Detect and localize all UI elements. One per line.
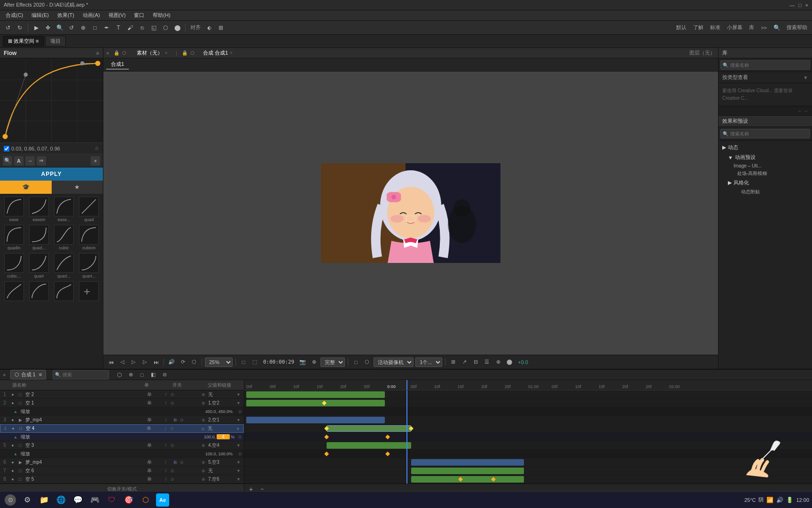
preset-quadout[interactable]: quad... xyxy=(27,224,51,251)
camera-select[interactable]: 活动摄像机 xyxy=(374,357,414,367)
layer-vis-2[interactable]: ● xyxy=(9,400,16,406)
tl-btn-5[interactable]: ⊘ xyxy=(160,370,169,380)
tl-btn-1[interactable]: ⬡ xyxy=(115,370,124,380)
comp-lock-icon[interactable]: 🔒 xyxy=(182,50,187,56)
effects-animation-header[interactable]: ▶ 动态 xyxy=(720,143,810,152)
preset-tab-star[interactable]: ★ xyxy=(52,181,103,194)
track-row-4[interactable] xyxy=(244,424,812,433)
layer-parent-8[interactable]: 7.空6 xyxy=(208,476,236,483)
layer-parent-6[interactable]: 5.空3 xyxy=(208,459,236,466)
layer-mode-6[interactable]: 单 xyxy=(138,459,161,466)
layer-parent-arrow-7[interactable]: ▼ xyxy=(236,468,244,473)
layer-sub-reset-1[interactable]: ⊙ xyxy=(236,409,244,414)
taskbar-search[interactable]: ⚙ xyxy=(20,492,35,508)
layer-parent-arrow-4[interactable]: ▼ xyxy=(236,426,243,431)
layer-sub-scale-1[interactable]: ▲ 缩放 450.0, 450.0% ⊙ xyxy=(0,407,244,416)
preset-quartin[interactable]: quart... xyxy=(52,252,76,279)
taskbar-browser[interactable]: 🌐 xyxy=(54,492,69,508)
timeline-comp-tab[interactable]: ⬡ 合成 1 ≡ xyxy=(10,370,46,380)
layer-parent-arrow-1[interactable]: ▼ xyxy=(236,392,244,397)
layer-parent-icon-3[interactable]: ⊕ xyxy=(199,417,208,422)
prev-3d[interactable]: ⬡ xyxy=(362,357,372,367)
layer-parent-7[interactable]: 无 xyxy=(208,468,236,474)
source-lock-icon[interactable]: 🔒 xyxy=(114,50,119,56)
layer-pencil-3[interactable]: / xyxy=(161,417,171,422)
track-row-8[interactable] xyxy=(244,475,812,484)
layer-mode-8[interactable]: 单 xyxy=(138,476,161,483)
layer-row-6[interactable]: 6 ● ▶ 梦_mp4 单 / fx ⊙ ⊕ 5.空3 ▼ xyxy=(0,458,244,467)
taskbar-hexagon[interactable]: ⬡ xyxy=(138,492,153,508)
close-btn[interactable]: × xyxy=(805,2,808,8)
preset-quartout[interactable]: quart... xyxy=(77,252,101,279)
layer-parent-arrow-6[interactable]: ▼ xyxy=(236,460,244,465)
prev-guides[interactable]: ☰ xyxy=(482,357,492,367)
tool-select[interactable]: ▶ xyxy=(31,23,41,33)
layer-pencil-5[interactable]: / xyxy=(161,443,171,448)
preset-add[interactable]: + xyxy=(77,280,101,303)
layer-mode-5[interactable]: 单 xyxy=(138,442,161,449)
layer-row-4[interactable]: 4 ● □ 空 4 单 / ⊙ ⊕ 无 ▼ xyxy=(0,424,244,433)
layer-parent-arrow-3[interactable]: ▼ xyxy=(236,417,244,422)
preset-quart5[interactable] xyxy=(2,280,26,303)
tool-pen[interactable]: ✒ xyxy=(102,23,112,33)
views-select[interactable]: 1个... 2个 xyxy=(415,357,442,367)
prev-grid[interactable]: ⊟ xyxy=(471,357,480,367)
keyframe-5sub-1[interactable] xyxy=(324,452,329,456)
workspace-default[interactable]: 默认 xyxy=(674,24,688,31)
comp-tab-1[interactable]: 合成1 xyxy=(106,60,129,70)
effects-image-utilities[interactable]: Image – Uti... xyxy=(726,162,810,169)
layer-parent-icon-8[interactable]: ⊕ xyxy=(199,476,208,482)
preset-easeout[interactable]: ease... xyxy=(52,196,76,223)
layer-parent-arrow-8[interactable]: ▼ xyxy=(236,476,244,482)
layer-row-5[interactable]: 5 ● □ 空 3 单 / ⊙ ⊕ 4.空4 ▼ xyxy=(0,441,244,450)
workspace-library[interactable]: 库 xyxy=(747,24,756,31)
tl-btn-3[interactable]: □ xyxy=(137,370,147,380)
tool-brush[interactable]: 🖌 xyxy=(125,23,135,33)
tool-hand[interactable]: ✥ xyxy=(43,23,53,33)
quality-select[interactable]: 完整 1/2 1/4 xyxy=(320,357,345,367)
layer-pencil-2[interactable]: / xyxy=(161,400,171,405)
layer-vis-5[interactable]: ● xyxy=(9,442,16,449)
apply-button[interactable]: APPLY xyxy=(0,167,103,181)
layer-sub-scale-4[interactable]: ▲ 缩放 100.0, % ⊙ xyxy=(0,433,244,441)
layer-parent-2[interactable]: 1.空2 xyxy=(208,400,236,406)
titlebar-controls[interactable]: — □ × xyxy=(789,2,808,8)
layer-fx-6[interactable]: fx xyxy=(171,460,180,465)
track-row-2[interactable] xyxy=(244,399,812,407)
layer-parent-5[interactable]: 4.空4 xyxy=(208,442,236,449)
layer-mode-7[interactable]: 单 xyxy=(138,468,161,474)
easing-checkbox[interactable] xyxy=(4,146,9,151)
tool-roto[interactable]: ⬡ xyxy=(160,23,171,33)
keyframe-4sub-2[interactable] xyxy=(385,435,390,439)
taskbar-files[interactable]: 📁 xyxy=(37,492,52,508)
layer-vis-7[interactable]: ● xyxy=(9,468,16,474)
layer-sub-reset-4[interactable]: ⊙ xyxy=(236,434,244,439)
layer-parent-icon-2[interactable]: ⊕ xyxy=(199,400,208,405)
effects-motion-tile[interactable]: 动态附贴 xyxy=(734,188,810,196)
layer-pencil-6[interactable]: / xyxy=(161,460,171,465)
layer-vis-6[interactable]: ● xyxy=(9,459,16,466)
track-row-5[interactable] xyxy=(244,441,812,450)
layer-pencil-4[interactable]: / xyxy=(161,426,170,431)
preset-quart7[interactable] xyxy=(52,280,76,303)
workspace-smallscreen[interactable]: 小屏幕 xyxy=(725,24,744,31)
view-type-chevron[interactable]: ▼ xyxy=(803,75,808,80)
keyframe-5sub-2[interactable] xyxy=(385,452,390,456)
taskbar-game[interactable]: 🎮 xyxy=(87,492,102,508)
prev-snap2[interactable]: ⊞ xyxy=(448,357,458,367)
prev-motion[interactable]: ↗ xyxy=(460,357,469,367)
track-row-1[interactable] xyxy=(244,390,812,399)
layer-sub-scale-5[interactable]: ▲ 缩放 100.0, 100.0% ⊙ xyxy=(0,450,244,458)
prev-channels[interactable]: ⊕ xyxy=(493,357,503,367)
layer-mode-2[interactable]: 单 xyxy=(138,400,161,406)
prev-camera-snap[interactable]: 📷 xyxy=(298,357,307,367)
prev-to-start[interactable]: ⏮ xyxy=(106,357,116,367)
taskbar-ae[interactable]: Ae xyxy=(155,492,170,508)
layer-row-3[interactable]: 3 ● ▶ 梦_mp4 单 / fx ⊙ ⊕ 2.空1 ▼ xyxy=(0,416,244,424)
effects-animation-presets[interactable]: ▼ 动画预设 xyxy=(726,152,810,162)
menu-help[interactable]: 帮助(H) xyxy=(149,11,174,20)
timeline-comp-menu[interactable]: ≡ xyxy=(39,372,42,377)
prev-to-end[interactable]: ⏭ xyxy=(151,357,161,367)
layer-scale-y-input-4[interactable] xyxy=(217,434,230,439)
panel-menu-icon[interactable]: ≡ xyxy=(96,50,99,56)
